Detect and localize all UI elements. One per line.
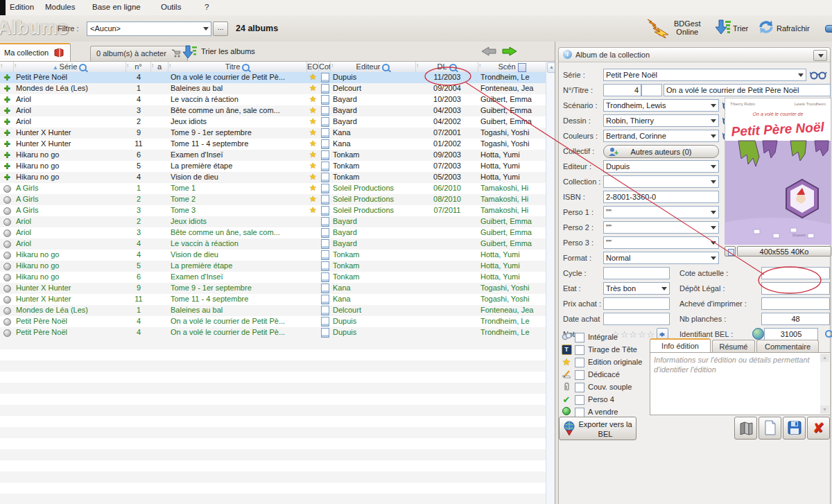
bdgest-online-label[interactable]: BDGestOnline [674,19,701,36]
column-header-cot[interactable]: Cot [319,62,331,72]
delete-button[interactable]: ✘ [807,417,830,440]
table-scrollbar[interactable]: ▲ [546,62,555,504]
nb-planches-input[interactable]: 48 [761,313,830,325]
table-row[interactable]: ✚Hikaru no go6Examen d'Inseï★Tonkam09/20… [0,150,546,161]
filter-select[interactable]: <Aucun> [87,21,211,36]
column-header-titre[interactable]: ↕Titre [168,62,307,72]
couleurs-select[interactable]: Bertrand, Corinne [603,130,719,142]
isbn-input[interactable]: 2-8001-3360-0 [603,191,719,203]
table-row[interactable]: ✚Hunter X Hunter11Tome 11 - 4 septembre★… [0,139,546,150]
titre-input[interactable]: On a volé le courrier de Petit Père Noël [664,84,831,96]
table-row[interactable]: ✚Ariol4Le vaccin à réaction★Bayard10/200… [0,94,546,105]
album-cover[interactable]: Thierry Robin Lewis Trondheim On a volé … [725,98,831,245]
refresh-icon[interactable] [757,18,775,36]
checkbox[interactable] [575,395,584,405]
identifiant-bel-input[interactable]: 31005 [764,328,818,340]
date-achat-input[interactable] [603,313,670,325]
perso1-select[interactable]: "" [603,206,719,218]
panel-collapse-button[interactable] [813,50,827,61]
table-row[interactable]: Hikaru no go6Examen d'InseïTonkamHotta, … [0,272,546,283]
autres-auteurs-button[interactable]: + Autres auteurs (0) [603,145,719,158]
trier-les-albums-button[interactable]: Trier les albums [182,44,198,61]
refresh-label[interactable]: Rafraîchir [777,24,810,33]
column-header-dl[interactable]: ↕DL [416,62,478,72]
browse-albums-button[interactable] [734,417,757,440]
tab-albums-a-acheter[interactable]: 0 album(s) à acheter [90,46,188,61]
info-edition-textarea[interactable]: Informations sur l'édition ou détails pe… [650,352,831,415]
table-row[interactable]: A Girls3Tome 3★Soleil Productions07/2011… [0,205,546,216]
table-row[interactable]: A Girls1Tome 1★Soleil Productions06/2010… [0,183,546,194]
cover-size-button[interactable]: 400x555 40Ko [737,246,831,257]
column-header-eo[interactable]: EO [307,62,319,72]
column-picker-icon[interactable] [518,63,526,72]
table-row[interactable]: Hunter X Hunter11Tome 11 - 4 septembreKa… [0,294,546,305]
menu-base-en-ligne[interactable]: Base en ligne [92,3,141,11]
menu-help[interactable]: ? [205,3,209,11]
table-row[interactable]: Mondes de Léa (Les)1Baleines au balDelco… [0,305,546,316]
search-icon[interactable] [382,64,390,71]
table-row[interactable]: Petit Père Noël4On a volé le courrier de… [0,327,546,338]
tab-info-edition[interactable]: Info édition [650,338,711,352]
search-glasses-icon[interactable] [810,70,828,80]
column-header-icon[interactable]: ↕ [0,62,14,72]
column-header-serie[interactable]: ↕▲Série [14,62,126,72]
table-row[interactable]: A Girls2Tome 2★Soleil Productions08/2010… [0,194,546,205]
new-album-button[interactable] [759,417,781,440]
search-icon[interactable] [242,64,250,71]
table-row[interactable]: Hunter X Hunter9Tome 9 - 1er septembreKa… [0,283,546,294]
checkbox[interactable] [575,333,584,342]
etat-select[interactable]: Très bon [603,282,670,295]
save-button[interactable] [783,417,806,440]
table-row[interactable]: Ariol4Le vaccin à réactionBayardGuibert,… [0,238,546,250]
table-row[interactable]: ✚Ariol2Jeux idiots★Bayard04/2002Guibert,… [0,116,546,128]
cycle-input[interactable] [603,267,670,279]
table-row[interactable]: ✚Ariol3Bête comme un âne, sale com...★Ba… [0,105,546,116]
trier-icon[interactable] [714,18,732,36]
table-row[interactable]: ✚Mondes de Léa (Les)1Baleines au bal★Del… [0,83,546,94]
trier-label[interactable]: Trier [733,24,748,33]
scenario-select[interactable]: Trondheim, Lewis [603,99,719,112]
checkbox[interactable] [575,408,584,417]
table-row[interactable]: ✚Hikaru no go5La première étape★Tonkam07… [0,161,546,172]
table-row[interactable]: Petit Père Noël4On a volé le courrier de… [0,316,546,327]
search-icon[interactable] [449,64,457,71]
menu-outils[interactable]: Outils [161,3,181,11]
column-header-scen[interactable]: ↕Scén [478,62,546,72]
export-bel-button[interactable]: Exporter vers la BEL [559,417,636,440]
num-input[interactable]: 4 [603,84,641,96]
tab-resume[interactable]: Résumé [712,340,755,353]
tab-ma-collection[interactable]: Ma collection [0,43,71,61]
textarea-scrollbar[interactable]: ▲▼ [820,354,829,414]
table-row[interactable]: ✚Hunter X Hunter9Tome 9 - 1er septembre★… [0,128,546,139]
bel-search-icon[interactable] [825,330,832,338]
cote-actuelle-input[interactable] [761,267,830,279]
table-row[interactable]: Hikaru no go5La première étapeTonkamHott… [0,261,546,272]
menu-modules[interactable]: Modules [45,3,75,11]
table-row[interactable]: Hikaru no go4Vision de dieuTonkamHotta, … [0,250,546,261]
serie-select[interactable]: Petit Père Noël [603,69,806,81]
table-row[interactable]: Ariol2Jeux idiotsBayardGuibert, Emma [0,216,546,227]
toolbar-extra-icon[interactable] [825,25,832,33]
checkbox[interactable] [575,345,584,355]
table-row[interactable]: Ariol3Bête comme un âne, sale com...Baya… [0,227,546,238]
acheve-imprimer-input[interactable] [761,297,830,310]
dessin-select[interactable]: Robin, Thierry [603,114,719,127]
checkbox[interactable] [575,370,584,380]
column-header-editeur[interactable]: ↕Editeur [331,62,416,72]
bdgest-online-icon[interactable] [645,18,671,39]
column-header-a[interactable]: ↕a [151,62,168,72]
filter-more-button[interactable]: ... [213,21,228,36]
table-row[interactable]: ✚Petit Père Noël4On a volé le courrier d… [0,72,546,83]
prix-achat-input[interactable] [603,297,670,310]
checkbox[interactable] [575,358,584,367]
depot-legal-input[interactable] [761,282,830,295]
perso2-select[interactable]: "" [603,221,719,234]
num2-input[interactable] [641,84,662,96]
perso3-select[interactable]: "" [603,236,719,249]
column-header-num[interactable]: ↕n° [126,62,151,72]
search-icon[interactable] [79,64,87,71]
tab-commentaire[interactable]: Commentaire [756,340,819,353]
collection-select[interactable] [603,175,719,188]
checkbox[interactable] [575,383,584,392]
cover-zoom-icon[interactable] [725,246,736,257]
